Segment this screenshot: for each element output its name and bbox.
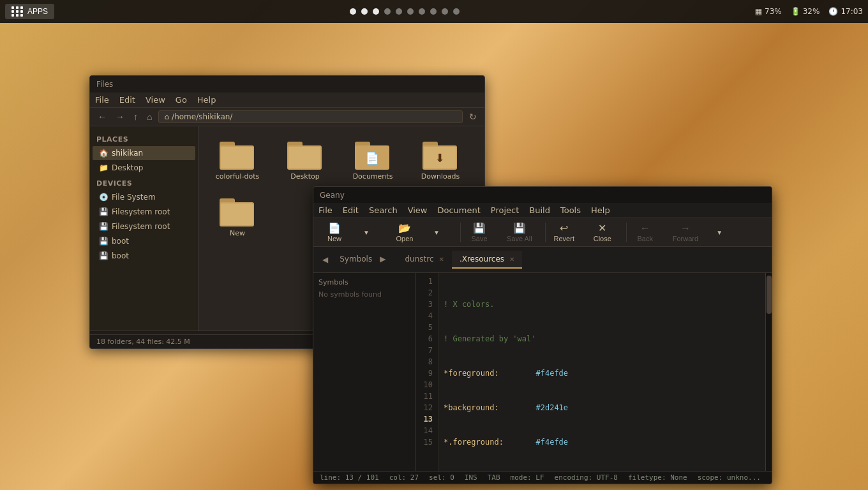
file-item-downloads[interactable]: ⬇ Downloads bbox=[412, 137, 469, 183]
workspace-dot-7[interactable] bbox=[419, 8, 425, 15]
file-label-colorful-dots: colorful-dots bbox=[216, 172, 260, 181]
editor-menu-help[interactable]: Help bbox=[591, 205, 610, 215]
fm-forward-button[interactable]: → bbox=[113, 110, 127, 123]
save-all-button[interactable]: 💾 Save All bbox=[502, 221, 537, 244]
tab-dunstrc-close[interactable]: ✕ bbox=[438, 256, 444, 263]
file-item-documents[interactable]: 📄 Documents bbox=[344, 137, 401, 183]
editor-menu-build[interactable]: Build bbox=[529, 205, 550, 215]
cpu-indicator: ▦ 73% bbox=[755, 7, 782, 16]
line-num-6: 6 bbox=[421, 333, 433, 345]
fm-toolbar: ← → ↑ ⌂ ⌂ /home/shikikan/ ↻ bbox=[90, 108, 484, 126]
file-item-colorful-dots[interactable]: colorful-dots bbox=[209, 137, 266, 183]
revert-button[interactable]: ↩ Revert bbox=[548, 221, 580, 244]
save-icon: 💾 bbox=[473, 222, 486, 234]
workspace-dot-6[interactable] bbox=[407, 8, 414, 15]
cpu-value: 73% bbox=[765, 7, 782, 16]
editor-menu-document[interactable]: Document bbox=[437, 205, 480, 215]
tab-xresources[interactable]: .Xresources ✕ bbox=[452, 251, 523, 269]
tab-xresources-close[interactable]: ✕ bbox=[509, 256, 514, 263]
scrollbar-thumb[interactable] bbox=[767, 276, 772, 314]
statusbar-sel: sel: 0 bbox=[429, 473, 454, 482]
sidebar-label-fsroot1: Filesystem root bbox=[112, 207, 170, 216]
fm-menu-go[interactable]: Go bbox=[176, 95, 187, 105]
tab-dunstrc[interactable]: dunstrc ✕ bbox=[397, 251, 451, 269]
toolbar-save-group: 💾 Save bbox=[463, 221, 495, 244]
sidebar-label-shikikan: shikikan bbox=[112, 149, 143, 158]
editor-menu-search[interactable]: Search bbox=[369, 205, 398, 215]
apps-grid-icon bbox=[11, 6, 24, 17]
editor-menu-view[interactable]: View bbox=[408, 205, 428, 215]
tab-xresources-label: .Xresources bbox=[460, 255, 504, 264]
disk-icon-3: 💾 bbox=[99, 222, 108, 231]
editor-menu-project[interactable]: Project bbox=[491, 205, 519, 215]
fm-menu-view[interactable]: View bbox=[146, 95, 165, 105]
workspace-dot-1[interactable] bbox=[350, 8, 356, 15]
fm-refresh-button[interactable]: ↻ bbox=[467, 110, 479, 123]
line-num-2: 2 bbox=[421, 287, 433, 299]
new-button[interactable]: 📄 New bbox=[318, 221, 350, 244]
save-button[interactable]: 💾 Save bbox=[463, 221, 495, 244]
forward-button[interactable]: → Forward bbox=[668, 221, 703, 244]
workspace-dot-4[interactable] bbox=[384, 8, 391, 15]
apps-button[interactable]: APPS bbox=[5, 4, 54, 19]
workspace-dot-2[interactable] bbox=[361, 8, 368, 15]
file-item-desktop[interactable]: Desktop bbox=[276, 137, 334, 183]
fm-titlebar: Files bbox=[90, 76, 484, 93]
file-item-new[interactable]: New bbox=[209, 193, 266, 240]
sidebar-item-shikikan[interactable]: 🏠 shikikan bbox=[93, 146, 195, 160]
new-dropdown-button[interactable]: ▼ bbox=[350, 228, 382, 237]
editor-menu-file[interactable]: File bbox=[318, 205, 333, 215]
editor-toolbar: 📄 New ▼ 📂 Open ▼ 💾 Save 💾 bbox=[313, 218, 772, 247]
sidebar-label-filesystem: File System bbox=[112, 193, 156, 202]
sidebar-item-desktop[interactable]: 📁 Desktop bbox=[93, 161, 195, 175]
fm-path-bar[interactable]: ⌂ /home/shikikan/ bbox=[158, 110, 463, 123]
sidebar-item-fsroot2[interactable]: 💾 Filesystem root bbox=[93, 219, 195, 234]
workspace-dot-10[interactable] bbox=[453, 8, 460, 15]
close-icon: ✕ bbox=[598, 222, 606, 234]
toolbar-open-group: 📂 Open ▼ bbox=[389, 221, 453, 244]
statusbar-line: line: 13 / 101 bbox=[320, 473, 379, 482]
workspace-dot-8[interactable] bbox=[430, 8, 437, 15]
fm-up-button[interactable]: ↑ bbox=[131, 110, 140, 123]
open-button[interactable]: 📂 Open bbox=[389, 221, 421, 244]
disk-icon-5: 💾 bbox=[99, 251, 108, 260]
line-num-12: 12 bbox=[421, 402, 433, 413]
file-label-new: New bbox=[230, 229, 245, 237]
editor-scrollbar[interactable] bbox=[765, 273, 772, 471]
editor-symbols-panel: Symbols No symbols found bbox=[313, 273, 415, 471]
workspace-dot-9[interactable] bbox=[442, 8, 448, 15]
sidebar-item-boot2[interactable]: 💾 boot bbox=[93, 249, 195, 263]
symbols-toggle[interactable]: ◀ bbox=[318, 251, 332, 268]
fm-back-button[interactable]: ← bbox=[95, 110, 109, 123]
fm-menu-edit[interactable]: Edit bbox=[119, 95, 135, 105]
file-label-desktop: Desktop bbox=[290, 172, 319, 181]
sidebar-label-desktop: Desktop bbox=[112, 163, 144, 172]
tab-symbols-label: Symbols bbox=[340, 255, 372, 264]
fm-home-button[interactable]: ⌂ bbox=[144, 110, 154, 123]
close-button[interactable]: ✕ Close bbox=[587, 221, 618, 244]
editor-titlebar: Geany bbox=[313, 187, 772, 203]
sidebar-item-fsroot1[interactable]: 💾 Filesystem root bbox=[93, 205, 195, 219]
fm-path-text: /home/shikikan/ bbox=[172, 112, 232, 121]
code-line-3: *foreground: #f4efde bbox=[444, 368, 760, 379]
topbar-right: ▦ 73% 🔋 32% 🕐 17:03 bbox=[755, 7, 863, 16]
forward-dropdown-button[interactable]: ▼ bbox=[703, 228, 735, 237]
fm-menu-file[interactable]: File bbox=[95, 95, 109, 105]
sidebar-item-boot1[interactable]: 💾 boot bbox=[93, 234, 195, 248]
fm-menu-help[interactable]: Help bbox=[197, 95, 216, 105]
editor-menu-edit[interactable]: Edit bbox=[343, 205, 359, 215]
fm-sidebar: Places 🏠 shikikan 📁 Desktop Devices 💿 Fi… bbox=[90, 126, 198, 330]
sidebar-item-filesystem[interactable]: 💿 File System bbox=[93, 190, 195, 204]
workspace-dot-3[interactable] bbox=[373, 8, 379, 15]
editor-title: Geany bbox=[320, 191, 345, 200]
line-numbers: 1 2 3 4 5 6 7 8 9 10 11 12 13 14 15 bbox=[415, 273, 438, 471]
back-button[interactable]: ← Back bbox=[629, 221, 661, 244]
editor-menu-tools[interactable]: Tools bbox=[560, 205, 581, 215]
code-content[interactable]: ! X colors. ! Generated by 'wal' *foregr… bbox=[438, 273, 765, 471]
open-dropdown-button[interactable]: ▼ bbox=[421, 228, 453, 237]
code-line-2: ! Generated by 'wal' bbox=[444, 333, 760, 345]
tab-symbols[interactable]: Symbols ▶ bbox=[332, 247, 397, 272]
toolbar-forward-group: → Forward ▼ bbox=[668, 221, 735, 244]
workspace-dot-5[interactable] bbox=[396, 8, 402, 15]
line-num-3: 3 bbox=[421, 299, 433, 310]
